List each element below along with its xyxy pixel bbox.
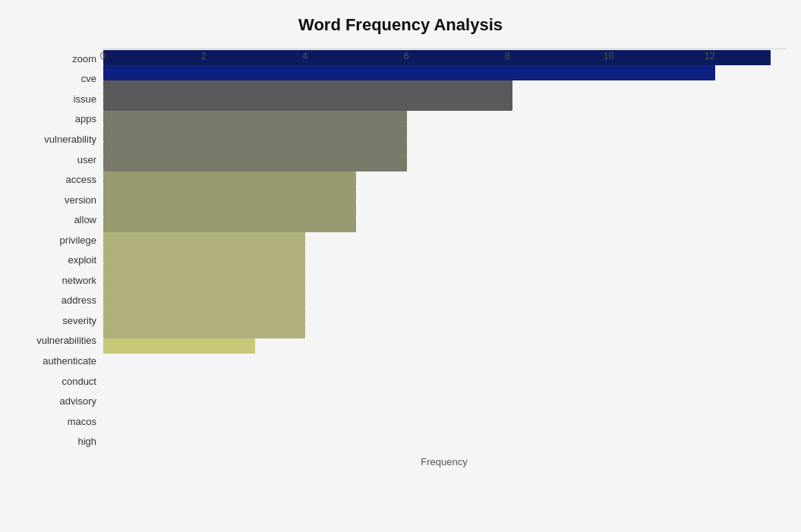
y-label: severity (62, 310, 96, 330)
x-tick-label: 2 (201, 51, 207, 84)
bar (103, 187, 356, 202)
bar-row (103, 247, 786, 263)
bar-row (103, 126, 786, 141)
chart-container: Word Frequency Analysis zoomcveissueapps… (0, 0, 801, 532)
bar (103, 65, 715, 80)
bar (103, 126, 407, 141)
y-label: network (61, 270, 96, 290)
bar-row (103, 96, 786, 111)
y-axis: zoomcveissueappsvulnerabilityuseraccessv… (15, 49, 102, 452)
bar (103, 263, 305, 278)
y-label: vulnerability (44, 129, 96, 149)
y-label: access (66, 170, 96, 190)
bar-row (103, 263, 786, 278)
bar-row (103, 308, 786, 323)
y-label: privilege (60, 230, 96, 250)
y-label: user (77, 150, 96, 169)
bar (103, 156, 407, 172)
bar (103, 111, 407, 126)
bar-row (103, 217, 786, 232)
y-label: issue (74, 89, 96, 109)
bar-row (103, 278, 786, 293)
bar (103, 293, 305, 308)
bar-row (103, 232, 786, 247)
x-tick-label: 0 (100, 51, 106, 84)
bar (103, 141, 407, 156)
x-axis-title: Frequency (102, 456, 786, 467)
bar-row (103, 293, 786, 308)
bar (103, 338, 255, 354)
y-label: exploit (68, 250, 96, 270)
x-tick-label: 6 (404, 51, 409, 84)
y-label: vulnerabilities (36, 331, 96, 351)
y-label: zoom (72, 49, 96, 68)
y-label: high (77, 432, 96, 452)
y-label: apps (75, 109, 96, 129)
bar (103, 217, 356, 232)
bar-row (103, 156, 786, 172)
y-label: cve (81, 69, 96, 89)
bar-row (103, 338, 786, 354)
x-tick-label: 8 (505, 51, 510, 84)
bar (103, 308, 305, 323)
y-label: macos (68, 411, 96, 431)
y-label: allow (74, 210, 96, 230)
bar (103, 80, 512, 96)
bar-row (103, 323, 786, 338)
bar (103, 202, 356, 217)
chart-title: Word Frequency Analysis (15, 15, 786, 35)
bar (103, 96, 512, 111)
bar (103, 247, 305, 263)
bar-row (103, 172, 786, 187)
x-tick-label: 4 (302, 51, 307, 84)
bar (103, 172, 356, 187)
y-label: conduct (61, 371, 96, 391)
x-tick-label: 12 (705, 51, 714, 84)
y-label: version (65, 190, 96, 209)
bar (103, 232, 305, 247)
bar-row (103, 187, 786, 202)
bar-row (103, 202, 786, 217)
y-label: advisory (60, 392, 96, 411)
y-label: authenticate (43, 351, 96, 370)
y-label: address (61, 291, 96, 310)
bar (103, 278, 305, 293)
bar-row (103, 111, 786, 126)
bar (103, 323, 305, 338)
bar-row (103, 141, 786, 156)
x-tick-label: 10 (604, 51, 613, 84)
